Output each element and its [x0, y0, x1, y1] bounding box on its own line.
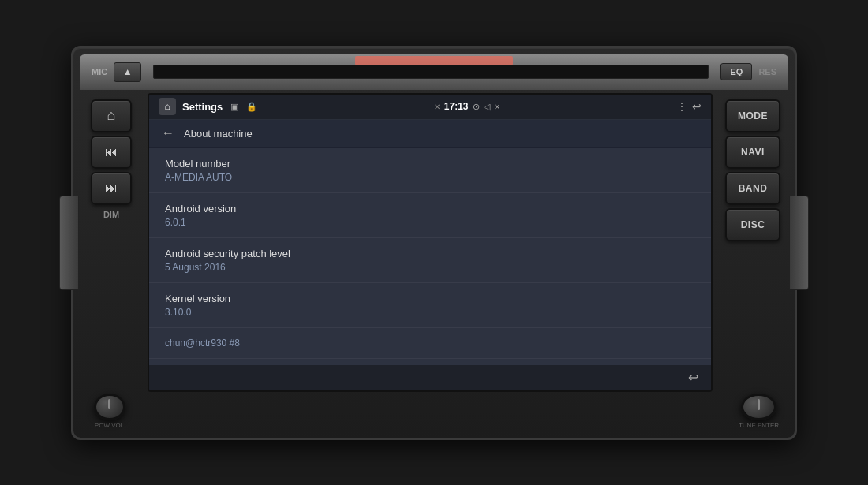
photo-icon: ▣ — [229, 101, 240, 112]
vol-label: POW VOL — [95, 422, 124, 429]
cd-slot — [153, 65, 709, 79]
camera-icon: ⊙ — [473, 102, 480, 112]
status-icons-center: ✕ 17:13 ⊙ ◁ ✕ — [434, 101, 500, 112]
next-button[interactable]: ⏭ — [91, 172, 132, 205]
red-sticker — [355, 56, 513, 65]
res-label: RES — [758, 67, 776, 76]
item-label-0: Model number — [165, 158, 695, 170]
bracket-left — [59, 196, 79, 290]
back-nav-icon[interactable]: ↩ — [692, 100, 702, 113]
home-icon-bar[interactable]: ⌂ — [159, 98, 176, 115]
navi-button[interactable]: NAVI — [725, 136, 780, 169]
top-strip: MIC ▲ EQ RES — [80, 54, 788, 90]
item-value-4: chun@hctr930 #8 — [165, 338, 695, 349]
dim-label: DIM — [103, 210, 119, 219]
list-item: Android version 6.0.1 — [149, 193, 711, 238]
home-button[interactable]: ⌂ — [91, 99, 132, 132]
item-value-0: A-MEDIA AUTO — [165, 172, 695, 183]
list-item: chun@hctr930 #8 — [149, 328, 711, 359]
eject-button[interactable]: ▲ — [114, 62, 141, 82]
vol-knob[interactable] — [94, 394, 125, 420]
left-panel: ⌂ ⏮ ⏭ DIM — [80, 93, 143, 392]
item-value-3: 3.10.0 — [165, 307, 695, 318]
car-unit-wrapper: MIC ▲ EQ RES ⌂ ⏮ ⏭ DIM ⌂ Settings — [47, 22, 821, 464]
lock-icon: 🔒 — [246, 101, 257, 112]
main-row: ⌂ ⏮ ⏭ DIM ⌂ Settings ▣ 🔒 ✕ 17: — [80, 93, 788, 392]
item-label-2: Android security patch level — [165, 248, 695, 259]
disc-button[interactable]: DISC — [725, 208, 780, 241]
item-label-1: Android version — [165, 203, 695, 215]
bracket-right — [789, 196, 809, 290]
list-item: Android security patch level 5 August 20… — [149, 238, 711, 283]
about-header: ← About machine — [149, 120, 711, 148]
item-label-3: Kernel version — [165, 293, 695, 304]
eq-button[interactable]: EQ — [720, 63, 752, 80]
item-value-2: 5 August 2016 — [165, 262, 695, 273]
list-item: Model number A-MEDIA AUTO — [149, 148, 711, 193]
screen-title: Settings — [182, 101, 223, 113]
nav-back-icon[interactable]: ↩ — [688, 370, 698, 385]
menu-icon[interactable]: ⋮ — [676, 100, 687, 113]
settings-list: Model number A-MEDIA AUTO Android versio… — [149, 148, 711, 365]
tune-knob-area: TUNE ENTER — [737, 394, 780, 429]
mic-label: MIC — [92, 67, 107, 76]
tune-knob[interactable] — [741, 394, 776, 420]
band-button[interactable]: BAND — [725, 172, 780, 205]
settings-content: ← About machine Model number A-MEDIA AUT… — [149, 120, 711, 365]
volume-icon: ◁ — [484, 102, 490, 112]
status-bar-right: ⋮ ↩ — [676, 100, 702, 113]
list-item: Kernel version 3.10.0 — [149, 283, 711, 328]
about-title: About machine — [184, 128, 253, 140]
right-panel: MODE NAVI BAND DISC — [717, 93, 788, 392]
item-value-1: 6.0.1 — [165, 217, 695, 228]
nav-bar: ↩ — [149, 365, 711, 390]
screen: ⌂ Settings ▣ 🔒 ✕ 17:13 ⊙ ◁ ✕ ⋮ ↩ — [148, 93, 713, 392]
mode-button[interactable]: MODE — [725, 99, 780, 132]
back-button[interactable]: ← — [162, 126, 174, 140]
x-icon: ✕ — [494, 103, 500, 111]
vol-knob-area: POW VOL — [88, 394, 131, 429]
prev-button[interactable]: ⏮ — [91, 136, 132, 169]
tune-label: TUNE ENTER — [739, 422, 779, 429]
status-bar: ⌂ Settings ▣ 🔒 ✕ 17:13 ⊙ ◁ ✕ ⋮ ↩ — [149, 95, 711, 120]
status-time: 17:13 — [444, 101, 469, 112]
bottom-row: POW VOL TUNE ENTER — [80, 392, 788, 431]
car-unit-body: MIC ▲ EQ RES ⌂ ⏮ ⏭ DIM ⌂ Settings — [71, 46, 797, 440]
signal-icon: ✕ — [434, 103, 440, 111]
status-bar-left: ⌂ Settings ▣ 🔒 — [159, 98, 257, 115]
